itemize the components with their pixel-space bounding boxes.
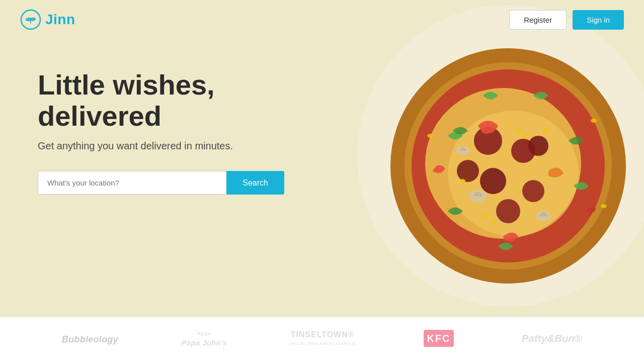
svg-text:PIZZA: PIZZA (197, 331, 211, 336)
svg-point-11 (457, 160, 479, 182)
page-wrapper: Jinn Register Sign in Little wishes, del… (0, 0, 644, 362)
logo-icon (20, 9, 41, 30)
hero-section: Jinn Register Sign in Little wishes, del… (0, 0, 644, 317)
navbar: Jinn Register Sign in (0, 0, 644, 39)
svg-point-23 (427, 134, 433, 138)
signin-button[interactable]: Sign in (573, 10, 624, 30)
register-button[interactable]: Register (509, 10, 567, 30)
svg-text:KFC: KFC (427, 333, 450, 344)
svg-point-19 (482, 214, 489, 218)
svg-text:TINSELTOWN®: TINSELTOWN® (291, 330, 355, 339)
logo-text: Jinn (45, 12, 75, 28)
brand-papajohns: PIZZA Papa John's (182, 326, 227, 353)
svg-point-12 (496, 199, 520, 223)
svg-point-10 (522, 180, 544, 202)
svg-text:AMERICAN DINER AND MILKSHAKE B: AMERICAN DINER AND MILKSHAKE BAR (290, 342, 355, 345)
svg-point-17 (515, 129, 521, 133)
nav-buttons: Register Sign in (509, 10, 624, 30)
brand-pattybun: Patty&Bun® (522, 326, 582, 353)
svg-point-18 (523, 134, 528, 138)
svg-text:Papa John's: Papa John's (182, 338, 227, 347)
hero-content: Little wishes, delivered Get anything yo… (0, 39, 352, 195)
search-bar: Search (38, 171, 284, 195)
svg-point-20 (491, 219, 496, 223)
svg-point-25 (601, 204, 607, 208)
brand-bubbleology: Bubbleology (62, 334, 118, 345)
svg-point-22 (543, 129, 549, 133)
brands-bar: Bubbleology PIZZA Papa John's TINSELTOWN… (0, 317, 644, 362)
logo-link[interactable]: Jinn (20, 9, 75, 30)
brand-kfc: KFC (419, 326, 459, 353)
hero-title: Little wishes, delivered (38, 69, 314, 131)
svg-text:Patty&Bun®: Patty&Bun® (522, 333, 582, 344)
search-button[interactable]: Search (226, 171, 284, 195)
svg-point-24 (591, 119, 597, 123)
location-input[interactable] (38, 171, 226, 195)
svg-point-13 (528, 136, 548, 156)
hero-food-image (307, 0, 644, 317)
brand-tinseltown: TINSELTOWN® AMERICAN DINER AND MILKSHAKE… (290, 326, 355, 353)
svg-point-9 (480, 168, 506, 194)
hero-subtitle: Get anything you want delivered in minut… (38, 140, 314, 152)
svg-point-21 (460, 179, 465, 183)
